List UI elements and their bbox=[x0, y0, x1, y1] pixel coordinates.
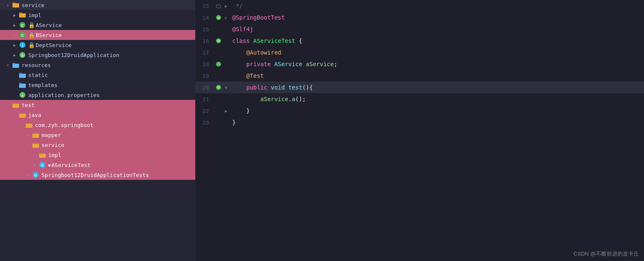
tree-item-resources[interactable]: ▾ resources bbox=[0, 60, 195, 70]
file-icon-deptservice: i bbox=[19, 42, 27, 48]
arrow-aservicetest: ▶ bbox=[33, 163, 39, 167]
file-icon-aservicetest: G bbox=[39, 162, 47, 168]
arrow-templates: ▶ bbox=[13, 83, 19, 87]
tree-item-deptservice[interactable]: ▶ i 🔒 DeptService bbox=[0, 40, 195, 50]
dot-aservicetest: ● bbox=[48, 163, 51, 167]
tree-item-bservice[interactable]: ▶ C 🔒 BService bbox=[0, 30, 195, 40]
lock-icon-bservice: 🔒 bbox=[28, 32, 35, 38]
svg-text:C: C bbox=[21, 33, 24, 37]
label-resources: resources bbox=[22, 62, 51, 68]
arrow-bservice: ▶ bbox=[13, 33, 19, 37]
code-line-22: 22 ▶ } bbox=[195, 105, 644, 117]
fold-22: ▶ bbox=[223, 109, 229, 113]
code-content-17: @Autowired bbox=[229, 47, 281, 58]
svg-rect-15 bbox=[19, 73, 22, 74]
label-impl-main: impl bbox=[28, 12, 41, 18]
lock-icon-deptservice: 🔒 bbox=[28, 42, 35, 48]
arrow-app-props: ▶ bbox=[13, 93, 19, 97]
code-editor[interactable]: 13 ▶ */ 14 ▶ @SpringBootTest 15 @Slf4j 1… bbox=[195, 0, 644, 261]
label-deptservice: DeptService bbox=[36, 42, 71, 48]
svg-rect-22 bbox=[19, 114, 26, 118]
file-tree: ▾ service ▶ impl ▶ C 🔒 AService ▶ C bbox=[0, 0, 195, 261]
arrow-com-zyh: ▾ bbox=[20, 123, 26, 127]
label-aservicetest: AServiceTest bbox=[52, 162, 91, 168]
tree-item-mapper[interactable]: ▶ mapper bbox=[0, 130, 195, 140]
code-content-18: private AService aService; bbox=[229, 58, 337, 70]
tree-item-springboot12[interactable]: ▶ S Springboot12DruidApplication bbox=[0, 50, 195, 60]
label-service-main: service bbox=[22, 2, 44, 8]
label-springboot12tests: Springboot12DruidApplicationTests bbox=[42, 172, 149, 178]
arrow-deptservice: ▶ bbox=[13, 43, 19, 47]
gutter-20 bbox=[214, 85, 223, 90]
code-content-22: } bbox=[229, 105, 250, 117]
svg-rect-24 bbox=[26, 124, 32, 128]
code-content-19: @Test bbox=[229, 70, 264, 82]
folder-icon-impl-test bbox=[39, 152, 47, 158]
code-line-21: 21 aService.a(); bbox=[195, 93, 644, 105]
file-icon-springboot12: S bbox=[19, 52, 27, 58]
tree-item-app-props[interactable]: ▶ a application.properties bbox=[0, 90, 195, 100]
svg-rect-17 bbox=[19, 83, 22, 84]
tree-item-aservicetest[interactable]: ▶ G ● AServiceTest bbox=[0, 160, 195, 170]
line-num-19: 19 bbox=[195, 73, 214, 79]
gutter-16 bbox=[214, 38, 223, 44]
tree-item-static[interactable]: ▶ static bbox=[0, 70, 195, 80]
tree-item-service-main[interactable]: ▾ service bbox=[0, 0, 195, 10]
fold-20: ▼ bbox=[223, 85, 229, 90]
arrow-resources: ▾ bbox=[7, 63, 12, 67]
watermark-text: CSDN @不断前进的皮卡丘 bbox=[573, 251, 639, 257]
file-icon-aservice: C bbox=[19, 22, 27, 28]
tree-item-impl-test[interactable]: ▶ impl bbox=[0, 150, 195, 160]
code-content-13: */ bbox=[229, 0, 243, 12]
tree-item-impl-main[interactable]: ▶ impl bbox=[0, 10, 195, 20]
svg-rect-1 bbox=[12, 2, 15, 4]
folder-icon-test bbox=[12, 102, 20, 108]
fold-14: ▶ bbox=[223, 15, 229, 20]
tree-item-aservice[interactable]: ▶ C 🔒 AService bbox=[0, 20, 195, 30]
arrow-springboot12: ▶ bbox=[13, 53, 19, 57]
label-static: static bbox=[28, 72, 48, 78]
gutter-13 bbox=[214, 3, 223, 8]
code-line-18: 18 private AService aService; bbox=[195, 58, 644, 70]
folder-icon-java bbox=[19, 112, 27, 118]
svg-rect-12 bbox=[12, 64, 19, 68]
tree-item-springboot12tests[interactable]: ▶ G Springboot12DruidApplicationTests bbox=[0, 170, 195, 180]
tree-item-java[interactable]: ▾ java bbox=[0, 110, 195, 120]
arrow-impl-test: ▶ bbox=[33, 153, 39, 157]
line-num-16: 16 bbox=[195, 38, 214, 44]
arrow-service-main: ▾ bbox=[7, 3, 12, 7]
code-lines: 13 ▶ */ 14 ▶ @SpringBootTest 15 @Slf4j 1… bbox=[195, 0, 644, 128]
file-icon-app-props: a bbox=[19, 92, 27, 98]
tree-item-service-test[interactable]: ▾ service bbox=[0, 140, 195, 150]
svg-text:C: C bbox=[21, 23, 24, 27]
gutter-18 bbox=[214, 61, 223, 67]
code-content-15: @Slf4j bbox=[229, 23, 253, 35]
svg-rect-16 bbox=[19, 84, 26, 88]
tree-item-templates[interactable]: ▶ templates bbox=[0, 80, 195, 90]
line-num-20: 20 bbox=[195, 85, 214, 91]
line-num-14: 14 bbox=[195, 15, 214, 21]
label-impl-test: impl bbox=[48, 152, 61, 158]
code-content-20: public void test(){ bbox=[229, 82, 313, 93]
arrow-aservice: ▶ bbox=[13, 23, 19, 27]
arrow-static: ▶ bbox=[13, 73, 19, 77]
code-line-19: 19 @Test bbox=[195, 70, 644, 82]
label-app-props: application.properties bbox=[28, 92, 100, 98]
svg-text:a: a bbox=[22, 94, 24, 97]
line-num-18: 18 bbox=[195, 61, 214, 67]
label-bservice: BService bbox=[36, 32, 62, 38]
folder-icon-impl-main bbox=[19, 12, 27, 18]
tree-item-com-zyh[interactable]: ▾ com.zyh.springboot bbox=[0, 120, 195, 130]
code-line-20: 20 ▼ public void test(){ bbox=[195, 82, 644, 93]
svg-rect-14 bbox=[19, 74, 26, 78]
svg-rect-13 bbox=[12, 63, 15, 64]
label-test: test bbox=[22, 102, 34, 108]
line-num-13: 13 bbox=[195, 3, 214, 9]
code-content-21: aService.a(); bbox=[229, 93, 306, 105]
tree-item-test[interactable]: ▾ test bbox=[0, 100, 195, 110]
file-icon-bservice: C bbox=[19, 32, 27, 38]
file-icon-springboot12tests: G bbox=[32, 172, 40, 178]
svg-rect-28 bbox=[32, 144, 39, 148]
svg-text:G: G bbox=[34, 173, 37, 177]
label-java: java bbox=[28, 112, 41, 118]
